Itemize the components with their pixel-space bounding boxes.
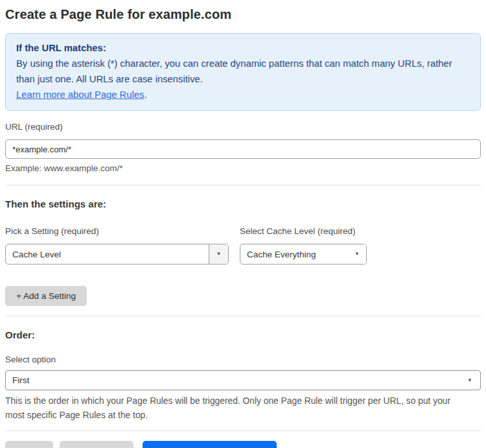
info-box-link-line: Learn more about Page Rules. bbox=[16, 87, 470, 102]
url-label: URL (required) bbox=[5, 122, 481, 132]
chevron-down-icon: ▼ bbox=[467, 378, 472, 383]
cache-level-dropdown[interactable]: Cache Everything ▼ bbox=[240, 244, 367, 265]
page-rule-form: Create a Page Rule for example.com If th… bbox=[0, 0, 486, 448]
settings-heading: Then the settings are: bbox=[5, 198, 481, 209]
url-example-text: Example: www.example.com/* bbox=[5, 163, 481, 173]
cache-level-arrow-box[interactable]: ▼ bbox=[348, 244, 366, 264]
pick-setting-value: Cache Level bbox=[6, 244, 209, 264]
pick-setting-label: Pick a Setting (required) bbox=[5, 226, 229, 236]
learn-more-link[interactable]: Learn more about Page Rules bbox=[16, 89, 144, 100]
chevron-down-icon: ▼ bbox=[216, 252, 222, 257]
info-box-heading: If the URL matches: bbox=[16, 40, 470, 56]
add-setting-button[interactable]: + Add a Setting bbox=[5, 286, 87, 306]
section-divider bbox=[5, 430, 481, 431]
page-title: Create a Page Rule for example.com bbox=[5, 7, 481, 22]
order-select-label: Select option bbox=[5, 355, 481, 364]
url-input[interactable] bbox=[5, 139, 481, 159]
pick-setting-arrow-box[interactable]: ▼ bbox=[209, 244, 228, 264]
section-divider bbox=[5, 185, 481, 185]
save-as-draft-button[interactable]: Save as Draft bbox=[60, 441, 133, 448]
pick-setting-column: Pick a Setting (required) Cache Level ▼ bbox=[5, 226, 229, 265]
order-heading: Order: bbox=[5, 329, 481, 340]
cache-level-value: Cache Everything bbox=[240, 244, 348, 264]
cache-level-label: Select Cache Level (required) bbox=[240, 226, 367, 236]
order-select[interactable]: First ▼ bbox=[5, 370, 481, 390]
cache-level-column: Select Cache Level (required) Cache Ever… bbox=[240, 226, 367, 265]
link-suffix: . bbox=[144, 89, 146, 100]
cancel-button[interactable]: Cancel bbox=[5, 441, 53, 448]
save-and-deploy-button[interactable]: Save and Deploy Page Rule bbox=[143, 441, 277, 448]
chevron-down-icon: ▼ bbox=[354, 252, 360, 257]
info-box-body: By using the asterisk (*) character, you… bbox=[16, 56, 470, 87]
order-helper-text: This is the order in which your Page Rul… bbox=[5, 394, 472, 423]
pick-setting-dropdown[interactable]: Cache Level ▼ bbox=[5, 244, 229, 265]
url-matches-info-box: If the URL matches: By using the asteris… bbox=[5, 33, 481, 111]
order-selected-value: First bbox=[12, 375, 467, 385]
footer-actions: Cancel Save as Draft Save and Deploy Pag… bbox=[5, 441, 481, 448]
section-divider bbox=[5, 316, 481, 316]
settings-row: Pick a Setting (required) Cache Level ▼ … bbox=[5, 226, 481, 265]
